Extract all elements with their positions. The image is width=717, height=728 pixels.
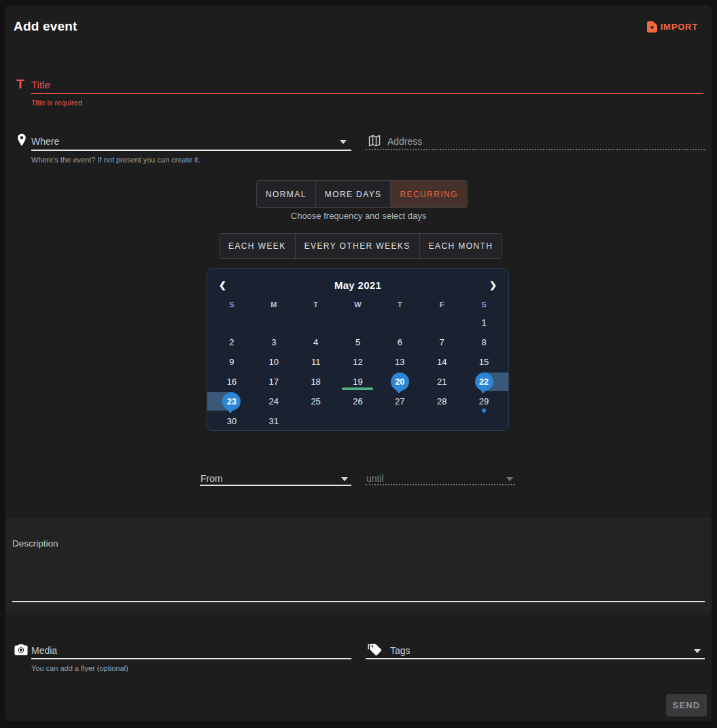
calendar-day-cell[interactable]: 21	[421, 372, 463, 392]
where-underline	[31, 150, 351, 151]
chevron-down-icon[interactable]	[340, 140, 347, 144]
calendar-day-cell[interactable]: 3	[253, 332, 295, 352]
calendar-empty-cell	[211, 313, 253, 332]
calendar-day-cell[interactable]: 12	[337, 352, 379, 372]
tab-normal[interactable]: NORMAL	[257, 181, 316, 207]
day-number: 15	[479, 357, 489, 367]
calendar-day-cell[interactable]: 15	[463, 352, 505, 372]
import-button[interactable]: IMPORT	[647, 21, 698, 33]
calendar-day-cell[interactable]: 27	[379, 392, 421, 411]
calendar-week-row: 9101112131415	[211, 352, 505, 372]
day-number: 26	[353, 396, 362, 406]
calendar-day-cell[interactable]: 6	[379, 332, 421, 352]
selected-day-marker: 20	[391, 372, 409, 391]
day-header: S	[211, 300, 253, 309]
where-helper-text: Where's the event? If not present you ca…	[31, 156, 200, 164]
send-button[interactable]: SEND	[666, 694, 707, 716]
day-number: 29	[479, 396, 489, 406]
calendar-day-cell[interactable]: 11	[295, 352, 337, 372]
day-number: 6	[398, 337, 402, 347]
calendar-grid: 1234567891011121314151617181920212223242…	[207, 313, 508, 431]
page-title: Add event	[14, 19, 77, 34]
address-input[interactable]: Address	[387, 136, 422, 147]
calendar-week-row: 2345678	[211, 332, 505, 352]
calendar-day-cell[interactable]: 19	[337, 372, 379, 392]
chevron-down-icon	[506, 477, 513, 481]
day-number: 1	[481, 317, 486, 328]
import-label: IMPORT	[661, 22, 698, 32]
day-number: 5	[355, 337, 360, 347]
day-number: 21	[437, 377, 447, 387]
frequency-tab-each-month[interactable]: EACH MONTH	[420, 234, 502, 258]
calendar: ❮ May 2021 ❯ SMTWTFS 1234567891011121314…	[207, 268, 509, 431]
day-number: 13	[395, 357, 404, 367]
calendar-empty-cell	[253, 313, 295, 332]
calendar-day-cell[interactable]: 24	[253, 392, 295, 411]
calendar-day-cell[interactable]: 8	[463, 332, 505, 352]
calendar-day-cell[interactable]: 2	[211, 332, 253, 352]
frequency-tab-group: EACH WEEKEVERY OTHER WEEKSEACH MONTH	[219, 233, 502, 259]
calendar-day-cell[interactable]: 31	[253, 411, 295, 431]
calendar-day-cell[interactable]: 4	[295, 332, 337, 352]
calendar-day-cell[interactable]: 16	[211, 372, 253, 392]
chevron-down-icon[interactable]	[341, 477, 348, 481]
day-number: 4	[313, 337, 318, 347]
prev-month-button[interactable]: ❮	[219, 275, 226, 295]
day-number: 11	[311, 357, 321, 367]
highlight-underline	[342, 387, 373, 390]
day-header: T	[379, 300, 421, 309]
day-number: 17	[269, 377, 279, 387]
title-input[interactable]: Title	[31, 79, 50, 90]
tab-recurring[interactable]: RECURRING	[391, 181, 466, 207]
calendar-day-cell[interactable]: 7	[421, 332, 463, 352]
day-number: 16	[227, 377, 237, 387]
where-select[interactable]: Where	[31, 136, 59, 147]
calendar-day-cell[interactable]: 22	[463, 372, 505, 392]
from-select[interactable]: From	[200, 473, 223, 484]
calendar-empty-cell	[421, 313, 463, 332]
title-underline	[31, 93, 703, 94]
next-month-button[interactable]: ❯	[489, 275, 497, 295]
calendar-day-cell[interactable]: 28	[421, 392, 463, 411]
chevron-down-icon[interactable]	[694, 649, 701, 653]
tab-more-days[interactable]: MORE DAYS	[316, 181, 391, 207]
calendar-week-row: 3031	[211, 411, 505, 431]
day-number: 7	[440, 337, 444, 347]
calendar-week-row: 1	[211, 313, 505, 332]
calendar-empty-cell	[463, 411, 505, 431]
until-select[interactable]: until	[366, 473, 384, 484]
calendar-empty-cell	[337, 313, 379, 332]
calendar-empty-cell	[379, 411, 421, 431]
event-type-tab-group: NORMALMORE DAYSRECURRING	[256, 180, 468, 208]
day-number: 31	[269, 416, 279, 426]
calendar-day-cell[interactable]: 9	[211, 352, 253, 372]
day-number: 14	[437, 357, 447, 367]
calendar-day-cell[interactable]: 14	[421, 352, 463, 372]
frequency-tab-each-week[interactable]: EACH WEEK	[220, 234, 296, 258]
calendar-day-cell[interactable]: 5	[337, 332, 379, 352]
calendar-empty-cell	[421, 411, 463, 431]
day-number: 18	[311, 377, 320, 387]
calendar-day-cell[interactable]: 1	[463, 313, 505, 332]
calendar-day-cell[interactable]: 29	[463, 392, 505, 411]
day-header: W	[337, 300, 379, 309]
calendar-day-cell[interactable]: 18	[295, 372, 337, 392]
calendar-day-cell[interactable]: 10	[253, 352, 295, 372]
calendar-day-cell[interactable]: 20	[379, 372, 421, 392]
from-underline	[200, 485, 351, 486]
media-input[interactable]: Media	[31, 645, 57, 656]
calendar-day-cell[interactable]: 13	[379, 352, 421, 372]
frequency-tab-every-other-weeks[interactable]: EVERY OTHER WEEKS	[296, 234, 420, 258]
calendar-day-cell[interactable]: 17	[253, 372, 295, 392]
calendar-empty-cell	[337, 411, 379, 431]
tags-select[interactable]: Tags	[390, 645, 410, 656]
description-textarea[interactable]: Description	[12, 538, 58, 549]
tags-icon	[367, 643, 382, 657]
calendar-day-cell[interactable]: 23	[211, 392, 253, 411]
day-number: 2	[229, 337, 234, 347]
day-number: 25	[311, 396, 320, 406]
calendar-day-cell[interactable]: 26	[337, 392, 379, 411]
calendar-day-cell[interactable]: 30	[211, 411, 253, 431]
calendar-empty-cell	[295, 411, 337, 431]
calendar-day-cell[interactable]: 25	[295, 392, 337, 411]
